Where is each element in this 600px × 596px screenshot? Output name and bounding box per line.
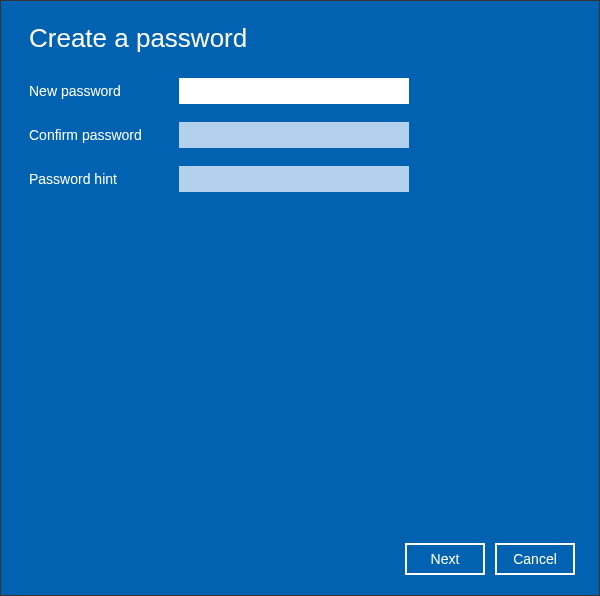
password-hint-row: Password hint <box>29 166 571 192</box>
button-bar: Next Cancel <box>405 543 575 575</box>
page-title: Create a password <box>29 23 571 54</box>
confirm-password-label: Confirm password <box>29 127 179 143</box>
password-hint-input[interactable] <box>179 166 409 192</box>
password-hint-label: Password hint <box>29 171 179 187</box>
new-password-row: New password <box>29 78 571 104</box>
create-password-dialog: Create a password New password Confirm p… <box>0 0 600 596</box>
next-button[interactable]: Next <box>405 543 485 575</box>
confirm-password-row: Confirm password <box>29 122 571 148</box>
cancel-button[interactable]: Cancel <box>495 543 575 575</box>
new-password-input[interactable] <box>179 78 409 104</box>
confirm-password-input[interactable] <box>179 122 409 148</box>
new-password-label: New password <box>29 83 179 99</box>
